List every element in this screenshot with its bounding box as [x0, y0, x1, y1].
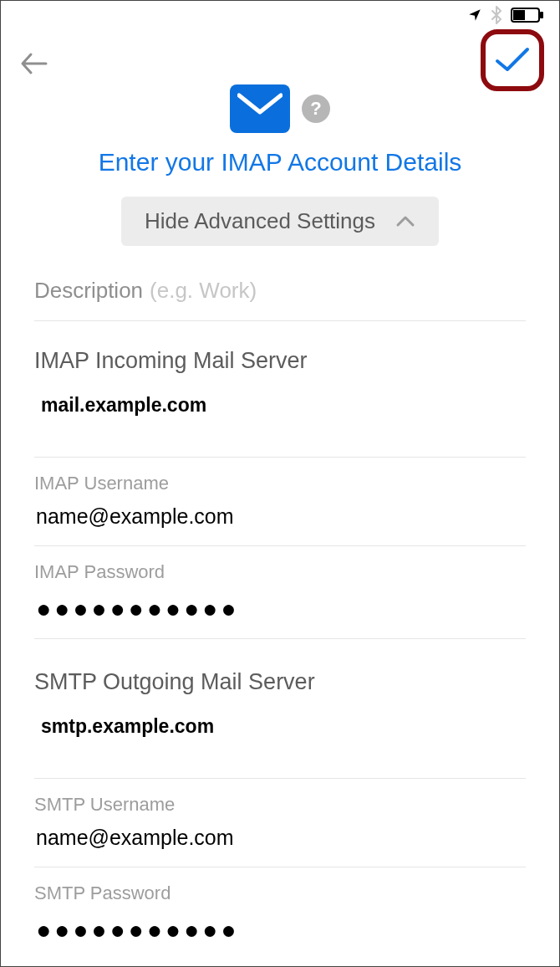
nav-bar — [1, 26, 559, 84]
app-icon-row: ? — [1, 84, 559, 133]
imap-username-field[interactable]: IMAP Username name@example.com — [34, 473, 526, 546]
back-button[interactable] — [19, 51, 48, 79]
advanced-settings-toggle[interactable]: Hide Advanced Settings — [121, 197, 439, 246]
checkmark-icon — [494, 46, 531, 74]
imap-username-label: IMAP Username — [34, 473, 526, 494]
imap-username-value: name@example.com — [34, 504, 526, 529]
svg-rect-2 — [540, 12, 543, 18]
location-icon — [467, 8, 482, 23]
description-label: Description — [34, 278, 143, 304]
description-placeholder: (e.g. Work) — [150, 278, 257, 304]
help-icon[interactable]: ? — [302, 95, 330, 123]
imap-password-label: IMAP Password — [34, 561, 526, 583]
smtp-section-title: SMTP Outgoing Mail Server — [34, 669, 526, 695]
screen: ? Enter your IMAP Account Details Hide A… — [0, 0, 560, 967]
confirm-button[interactable] — [481, 29, 544, 91]
imap-password-field[interactable]: IMAP Password ●●●●●●●●●●● — [34, 561, 526, 639]
imap-host-field[interactable]: mail.example.com — [34, 391, 526, 458]
status-bar — [1, 1, 559, 26]
svg-rect-1 — [513, 10, 525, 20]
smtp-password-value: ●●●●●●●●●●● — [34, 914, 526, 943]
imap-password-value: ●●●●●●●●●●● — [34, 593, 526, 622]
smtp-username-field[interactable]: SMTP Username name@example.com — [34, 794, 526, 867]
smtp-username-label: SMTP Username — [34, 794, 526, 816]
page-title: Enter your IMAP Account Details — [1, 148, 559, 177]
imap-section-title: IMAP Incoming Mail Server — [34, 348, 526, 374]
smtp-password-label: SMTP Password — [34, 883, 526, 904]
description-field[interactable]: Description (e.g. Work) — [34, 278, 526, 321]
chevron-up-icon — [395, 215, 415, 228]
advanced-settings-label: Hide Advanced Settings — [145, 208, 375, 234]
smtp-password-field[interactable]: SMTP Password ●●●●●●●●●●● — [34, 883, 526, 959]
smtp-host-field[interactable]: smtp.example.com — [34, 712, 526, 779]
header-block: ? Enter your IMAP Account Details Hide A… — [1, 84, 559, 278]
bluetooth-icon — [491, 6, 502, 24]
form: Description (e.g. Work) IMAP Incoming Ma… — [1, 278, 559, 959]
mail-icon — [230, 84, 290, 133]
smtp-username-value: name@example.com — [34, 826, 526, 850]
battery-icon — [511, 8, 544, 23]
